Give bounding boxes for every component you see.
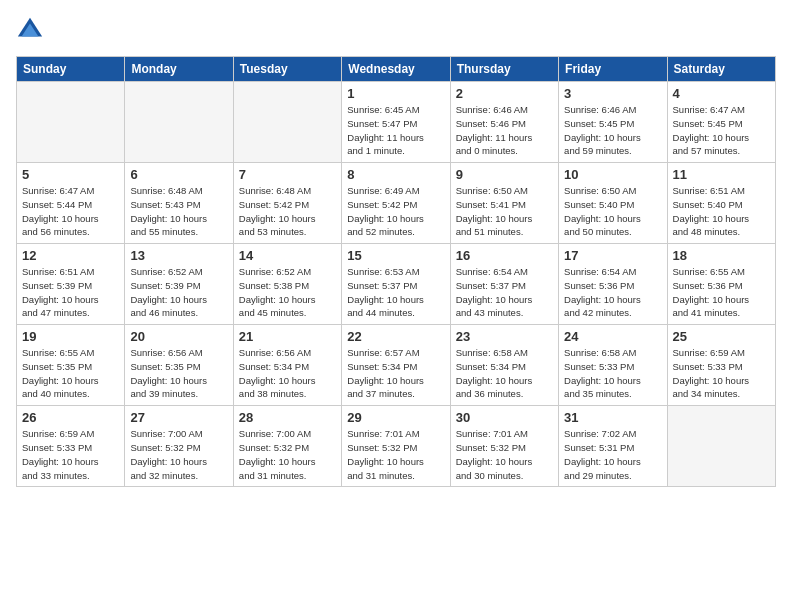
day-number: 2 bbox=[456, 86, 553, 101]
day-info: Sunrise: 6:55 AM Sunset: 5:36 PM Dayligh… bbox=[673, 265, 770, 320]
calendar-cell bbox=[667, 406, 775, 487]
weekday-header-monday: Monday bbox=[125, 57, 233, 82]
day-number: 4 bbox=[673, 86, 770, 101]
day-number: 11 bbox=[673, 167, 770, 182]
day-info: Sunrise: 6:46 AM Sunset: 5:45 PM Dayligh… bbox=[564, 103, 661, 158]
day-info: Sunrise: 6:59 AM Sunset: 5:33 PM Dayligh… bbox=[673, 346, 770, 401]
calendar-week-row: 26Sunrise: 6:59 AM Sunset: 5:33 PM Dayli… bbox=[17, 406, 776, 487]
calendar-cell: 28Sunrise: 7:00 AM Sunset: 5:32 PM Dayli… bbox=[233, 406, 341, 487]
day-info: Sunrise: 6:59 AM Sunset: 5:33 PM Dayligh… bbox=[22, 427, 119, 482]
calendar-cell: 26Sunrise: 6:59 AM Sunset: 5:33 PM Dayli… bbox=[17, 406, 125, 487]
day-info: Sunrise: 6:45 AM Sunset: 5:47 PM Dayligh… bbox=[347, 103, 444, 158]
calendar-cell: 15Sunrise: 6:53 AM Sunset: 5:37 PM Dayli… bbox=[342, 244, 450, 325]
day-info: Sunrise: 7:00 AM Sunset: 5:32 PM Dayligh… bbox=[239, 427, 336, 482]
calendar-cell: 8Sunrise: 6:49 AM Sunset: 5:42 PM Daylig… bbox=[342, 163, 450, 244]
day-number: 20 bbox=[130, 329, 227, 344]
weekday-header-friday: Friday bbox=[559, 57, 667, 82]
calendar-cell: 12Sunrise: 6:51 AM Sunset: 5:39 PM Dayli… bbox=[17, 244, 125, 325]
calendar-week-row: 5Sunrise: 6:47 AM Sunset: 5:44 PM Daylig… bbox=[17, 163, 776, 244]
day-info: Sunrise: 6:47 AM Sunset: 5:45 PM Dayligh… bbox=[673, 103, 770, 158]
logo-icon bbox=[16, 16, 44, 44]
day-number: 23 bbox=[456, 329, 553, 344]
day-number: 27 bbox=[130, 410, 227, 425]
calendar-cell: 19Sunrise: 6:55 AM Sunset: 5:35 PM Dayli… bbox=[17, 325, 125, 406]
day-info: Sunrise: 7:02 AM Sunset: 5:31 PM Dayligh… bbox=[564, 427, 661, 482]
day-info: Sunrise: 6:51 AM Sunset: 5:40 PM Dayligh… bbox=[673, 184, 770, 239]
day-info: Sunrise: 6:46 AM Sunset: 5:46 PM Dayligh… bbox=[456, 103, 553, 158]
day-info: Sunrise: 6:53 AM Sunset: 5:37 PM Dayligh… bbox=[347, 265, 444, 320]
calendar-cell: 17Sunrise: 6:54 AM Sunset: 5:36 PM Dayli… bbox=[559, 244, 667, 325]
day-info: Sunrise: 6:49 AM Sunset: 5:42 PM Dayligh… bbox=[347, 184, 444, 239]
day-info: Sunrise: 6:52 AM Sunset: 5:39 PM Dayligh… bbox=[130, 265, 227, 320]
day-info: Sunrise: 7:01 AM Sunset: 5:32 PM Dayligh… bbox=[347, 427, 444, 482]
calendar-cell: 10Sunrise: 6:50 AM Sunset: 5:40 PM Dayli… bbox=[559, 163, 667, 244]
day-info: Sunrise: 6:54 AM Sunset: 5:37 PM Dayligh… bbox=[456, 265, 553, 320]
day-number: 6 bbox=[130, 167, 227, 182]
day-info: Sunrise: 6:57 AM Sunset: 5:34 PM Dayligh… bbox=[347, 346, 444, 401]
day-number: 10 bbox=[564, 167, 661, 182]
day-number: 25 bbox=[673, 329, 770, 344]
weekday-header-wednesday: Wednesday bbox=[342, 57, 450, 82]
calendar-cell: 1Sunrise: 6:45 AM Sunset: 5:47 PM Daylig… bbox=[342, 82, 450, 163]
day-info: Sunrise: 6:55 AM Sunset: 5:35 PM Dayligh… bbox=[22, 346, 119, 401]
calendar-week-row: 1Sunrise: 6:45 AM Sunset: 5:47 PM Daylig… bbox=[17, 82, 776, 163]
day-info: Sunrise: 7:00 AM Sunset: 5:32 PM Dayligh… bbox=[130, 427, 227, 482]
day-info: Sunrise: 6:50 AM Sunset: 5:41 PM Dayligh… bbox=[456, 184, 553, 239]
day-number: 3 bbox=[564, 86, 661, 101]
day-info: Sunrise: 6:58 AM Sunset: 5:33 PM Dayligh… bbox=[564, 346, 661, 401]
calendar-cell: 4Sunrise: 6:47 AM Sunset: 5:45 PM Daylig… bbox=[667, 82, 775, 163]
calendar-cell: 27Sunrise: 7:00 AM Sunset: 5:32 PM Dayli… bbox=[125, 406, 233, 487]
calendar-cell: 23Sunrise: 6:58 AM Sunset: 5:34 PM Dayli… bbox=[450, 325, 558, 406]
day-number: 28 bbox=[239, 410, 336, 425]
day-number: 17 bbox=[564, 248, 661, 263]
calendar-cell: 22Sunrise: 6:57 AM Sunset: 5:34 PM Dayli… bbox=[342, 325, 450, 406]
day-info: Sunrise: 6:54 AM Sunset: 5:36 PM Dayligh… bbox=[564, 265, 661, 320]
day-number: 24 bbox=[564, 329, 661, 344]
calendar-cell: 21Sunrise: 6:56 AM Sunset: 5:34 PM Dayli… bbox=[233, 325, 341, 406]
calendar-cell bbox=[233, 82, 341, 163]
day-info: Sunrise: 6:51 AM Sunset: 5:39 PM Dayligh… bbox=[22, 265, 119, 320]
day-info: Sunrise: 7:01 AM Sunset: 5:32 PM Dayligh… bbox=[456, 427, 553, 482]
day-info: Sunrise: 6:50 AM Sunset: 5:40 PM Dayligh… bbox=[564, 184, 661, 239]
calendar-cell: 16Sunrise: 6:54 AM Sunset: 5:37 PM Dayli… bbox=[450, 244, 558, 325]
calendar-cell: 20Sunrise: 6:56 AM Sunset: 5:35 PM Dayli… bbox=[125, 325, 233, 406]
weekday-header-saturday: Saturday bbox=[667, 57, 775, 82]
day-number: 31 bbox=[564, 410, 661, 425]
day-number: 18 bbox=[673, 248, 770, 263]
calendar-cell: 6Sunrise: 6:48 AM Sunset: 5:43 PM Daylig… bbox=[125, 163, 233, 244]
weekday-header-thursday: Thursday bbox=[450, 57, 558, 82]
day-number: 22 bbox=[347, 329, 444, 344]
calendar-cell: 11Sunrise: 6:51 AM Sunset: 5:40 PM Dayli… bbox=[667, 163, 775, 244]
day-number: 16 bbox=[456, 248, 553, 263]
day-number: 21 bbox=[239, 329, 336, 344]
calendar-cell: 13Sunrise: 6:52 AM Sunset: 5:39 PM Dayli… bbox=[125, 244, 233, 325]
calendar-cell: 5Sunrise: 6:47 AM Sunset: 5:44 PM Daylig… bbox=[17, 163, 125, 244]
day-number: 8 bbox=[347, 167, 444, 182]
day-number: 9 bbox=[456, 167, 553, 182]
calendar-cell: 14Sunrise: 6:52 AM Sunset: 5:38 PM Dayli… bbox=[233, 244, 341, 325]
day-info: Sunrise: 6:56 AM Sunset: 5:34 PM Dayligh… bbox=[239, 346, 336, 401]
calendar-cell: 31Sunrise: 7:02 AM Sunset: 5:31 PM Dayli… bbox=[559, 406, 667, 487]
day-info: Sunrise: 6:48 AM Sunset: 5:42 PM Dayligh… bbox=[239, 184, 336, 239]
calendar-cell: 25Sunrise: 6:59 AM Sunset: 5:33 PM Dayli… bbox=[667, 325, 775, 406]
day-number: 1 bbox=[347, 86, 444, 101]
day-info: Sunrise: 6:48 AM Sunset: 5:43 PM Dayligh… bbox=[130, 184, 227, 239]
day-info: Sunrise: 6:52 AM Sunset: 5:38 PM Dayligh… bbox=[239, 265, 336, 320]
weekday-header-tuesday: Tuesday bbox=[233, 57, 341, 82]
calendar-cell bbox=[17, 82, 125, 163]
calendar-cell: 18Sunrise: 6:55 AM Sunset: 5:36 PM Dayli… bbox=[667, 244, 775, 325]
calendar-cell: 29Sunrise: 7:01 AM Sunset: 5:32 PM Dayli… bbox=[342, 406, 450, 487]
weekday-header-row: SundayMondayTuesdayWednesdayThursdayFrid… bbox=[17, 57, 776, 82]
day-number: 30 bbox=[456, 410, 553, 425]
day-number: 14 bbox=[239, 248, 336, 263]
day-info: Sunrise: 6:56 AM Sunset: 5:35 PM Dayligh… bbox=[130, 346, 227, 401]
day-number: 15 bbox=[347, 248, 444, 263]
calendar-cell: 7Sunrise: 6:48 AM Sunset: 5:42 PM Daylig… bbox=[233, 163, 341, 244]
calendar-cell: 9Sunrise: 6:50 AM Sunset: 5:41 PM Daylig… bbox=[450, 163, 558, 244]
calendar-week-row: 19Sunrise: 6:55 AM Sunset: 5:35 PM Dayli… bbox=[17, 325, 776, 406]
day-number: 12 bbox=[22, 248, 119, 263]
day-number: 29 bbox=[347, 410, 444, 425]
calendar-cell bbox=[125, 82, 233, 163]
calendar-week-row: 12Sunrise: 6:51 AM Sunset: 5:39 PM Dayli… bbox=[17, 244, 776, 325]
calendar-cell: 30Sunrise: 7:01 AM Sunset: 5:32 PM Dayli… bbox=[450, 406, 558, 487]
